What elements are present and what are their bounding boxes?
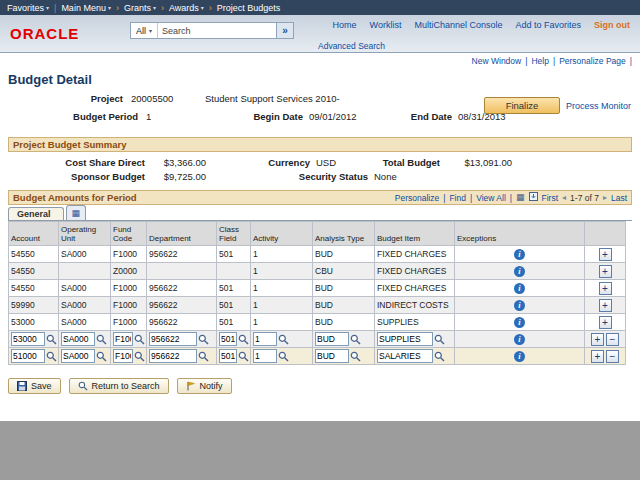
row-actions-cell: + [585,280,626,297]
add-row-button[interactable]: + [599,282,612,295]
add-row-button[interactable]: + [599,265,612,278]
header-link[interactable]: Add to Favorites [515,20,581,30]
budget-item-cell [375,348,455,365]
column-header[interactable]: Exceptions [455,222,585,246]
find-link[interactable]: Find [449,193,466,203]
header-link[interactable]: Worklist [370,20,402,30]
breadcrumb-item[interactable]: Awards▾ [169,3,204,13]
lookup-icon[interactable] [96,334,107,345]
view-all-link[interactable]: View All [476,193,506,203]
column-header[interactable]: Activity [251,222,313,246]
summary-section-header: Project Budget Summary [8,137,632,152]
personalize-link[interactable]: Personalize [395,193,439,203]
separator: | [525,56,527,66]
column-header[interactable]: Analysis Type [313,222,375,246]
show-all-columns-tab[interactable]: ▦ [66,205,87,220]
exception-info-icon[interactable]: i [514,317,525,328]
page-action-link[interactable]: Personalize Page [559,56,626,66]
lookup-icon[interactable] [198,351,209,362]
lookup-icon[interactable] [278,351,289,362]
add-row-button[interactable]: + [599,316,612,329]
add-row-button[interactable]: + [599,299,612,312]
page-action-link[interactable]: Help [531,56,548,66]
delete-row-button[interactable]: − [606,350,619,363]
breadcrumb-item[interactable]: Favorites▾ [7,3,49,13]
header-link[interactable]: Home [333,20,357,30]
lookup-icon[interactable] [46,334,57,345]
exception-info-icon[interactable]: i [514,351,525,362]
fund-code-input[interactable] [113,349,133,363]
class-field-input[interactable] [219,349,237,363]
lookup-icon[interactable] [46,351,57,362]
operating-unit-input[interactable] [61,332,95,346]
breadcrumb-item[interactable]: Grants▾ [124,3,156,13]
lookup-icon[interactable] [434,334,445,345]
previous-page-icon[interactable]: ◂ [562,193,566,202]
column-header[interactable]: Account [9,222,59,246]
advanced-search-link[interactable]: Advanced Search [318,41,385,51]
breadcrumb-item[interactable]: Main Menu▾ [61,3,111,13]
column-header[interactable]: Budget Item [375,222,455,246]
column-header[interactable]: Operating Unit [59,222,111,246]
search-magnifier-icon [78,381,88,391]
column-header[interactable]: Fund Code [111,222,147,246]
exception-info-icon[interactable]: i [514,300,525,311]
lookup-icon[interactable] [134,351,145,362]
analysis-type-input[interactable] [315,349,349,363]
exception-info-icon[interactable]: i [514,283,525,294]
breadcrumb-item[interactable]: Project Budgets [217,3,281,13]
column-header[interactable]: Department [147,222,217,246]
tab-general[interactable]: General [8,207,64,220]
grid-section-header: Budget Amounts for Period Personalize | … [8,190,632,205]
account-input[interactable] [11,349,45,363]
download-icon[interactable] [529,192,538,203]
notify-button[interactable]: Notify [177,378,232,394]
zoom-grid-icon[interactable]: ▦ [516,193,525,202]
operating-unit-input[interactable] [61,349,95,363]
activity-input[interactable] [253,332,277,346]
add-row-button[interactable]: + [591,350,604,363]
lookup-icon[interactable] [434,351,445,362]
exceptions-cell: i [455,331,585,348]
add-row-button[interactable]: + [599,248,612,261]
column-header[interactable]: Class Field [217,222,251,246]
lookup-icon[interactable] [350,334,361,345]
department-input[interactable] [149,332,197,346]
next-page-icon[interactable]: ▸ [603,193,607,202]
exception-info-icon[interactable]: i [514,249,525,260]
lookup-icon[interactable] [96,351,107,362]
finalize-button[interactable]: Finalize [484,97,560,114]
page-action-link[interactable]: New Window [472,56,522,66]
sign-out-link[interactable]: Sign out [594,20,630,30]
analysis-type-input[interactable] [315,332,349,346]
lookup-icon[interactable] [350,351,361,362]
total-budget-label: Total Budget [363,157,440,168]
search-scope-dropdown[interactable]: All ▾ [131,23,158,38]
lookup-icon[interactable] [238,351,249,362]
search-input[interactable] [158,23,276,38]
budget-item-input[interactable] [377,349,433,363]
class-field-input[interactable] [219,332,237,346]
lookup-icon[interactable] [134,334,145,345]
fund-code-cell: F1000 [111,280,147,297]
search-submit-button[interactable]: » [276,22,294,39]
last-link[interactable]: Last [611,193,627,203]
activity-input[interactable] [253,349,277,363]
lookup-icon[interactable] [278,334,289,345]
exception-info-icon[interactable]: i [514,266,525,277]
save-button[interactable]: Save [8,378,61,394]
lookup-icon[interactable] [238,334,249,345]
account-input[interactable] [11,332,45,346]
return-to-search-button[interactable]: Return to Search [69,378,169,394]
header-link[interactable]: MultiChannel Console [414,20,502,30]
exception-info-icon[interactable]: i [514,334,525,345]
lookup-icon[interactable] [198,334,209,345]
process-monitor-link[interactable]: Process Monitor [566,101,631,111]
budget-item-input[interactable] [377,332,433,346]
first-link[interactable]: First [542,193,559,203]
table-row: 54550SA000F10009566225011BUDFIXED CHARGE… [9,280,626,297]
delete-row-button[interactable]: − [606,333,619,346]
fund-code-input[interactable] [113,332,133,346]
department-input[interactable] [149,349,197,363]
add-row-button[interactable]: + [591,333,604,346]
